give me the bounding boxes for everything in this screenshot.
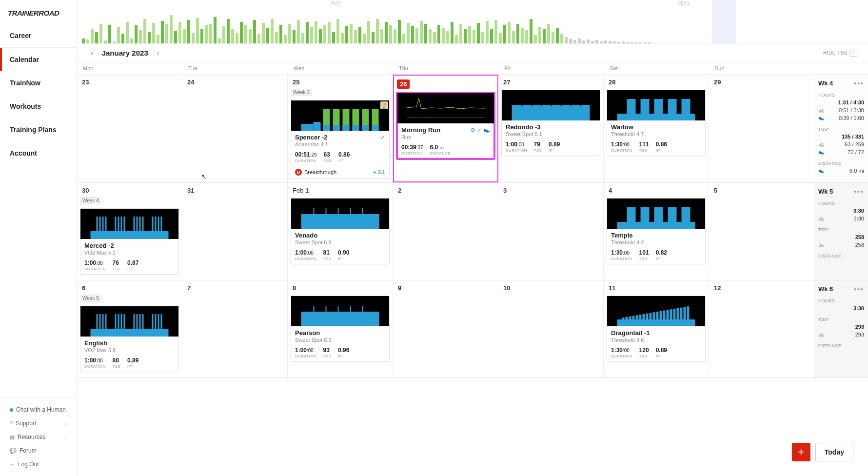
tss-bar — [253, 20, 256, 43]
tss-bar — [451, 22, 454, 43]
day-cell[interactable]: 8PearsonSweet Spot 8.91:00:00DURATION93T… — [288, 280, 393, 377]
svg-rect-14 — [512, 105, 590, 120]
stat-tss: 111TSS — [639, 141, 649, 153]
tss-bar — [358, 27, 361, 43]
stat-tss: 81TSS — [323, 249, 331, 261]
svg-rect-5 — [333, 125, 340, 131]
tss-bar — [420, 21, 423, 43]
day-cell[interactable]: 26Morning Run⟳✓👟Run00:39:37DURATION6.0 m… — [393, 75, 498, 182]
tss-bar — [508, 22, 511, 43]
workout-subtitle: Threshold 4.2 — [611, 239, 701, 245]
prev-month-button[interactable]: ‹ — [87, 49, 97, 57]
svg-rect-48 — [338, 208, 339, 215]
day-header: Sun — [709, 62, 814, 74]
day-cell[interactable]: 28WarlowThreshold 4.71:30:00DURATION111T… — [604, 75, 709, 182]
run-icon: 👟 — [818, 115, 824, 121]
day-number: 25 — [291, 78, 301, 87]
svg-rect-85 — [636, 315, 638, 326]
week-summary[interactable]: Wk 4 ••• HOURS 1:31 / 4:30 🚲0:51 / 3:30 … — [814, 75, 868, 182]
week-summary[interactable]: Wk 6 ••• HOURS 3:30 TSS* 293 🚲293 DISTAN… — [814, 280, 868, 377]
workout-card-pearson[interactable]: PearsonSweet Spot 8.91:00:00DURATION93TS… — [291, 296, 390, 362]
svg-rect-52 — [627, 207, 636, 229]
chevron-right-icon: › — [65, 421, 67, 426]
day-cell[interactable]: 30Week 4Merced -2VO2 Max 5.21:00:00DURAT… — [77, 183, 182, 280]
svg-rect-21 — [580, 102, 581, 106]
day-number: 31 — [185, 186, 196, 195]
day-cell[interactable]: 27Redondo -3Sweet Spot 6.11:00:00DURATIO… — [498, 75, 604, 182]
day-cell[interactable]: 2 — [393, 183, 498, 280]
week-more-button[interactable]: ••• — [854, 188, 864, 196]
stat-tss: 101TSS — [639, 249, 649, 261]
day-cell[interactable]: 12 — [709, 280, 814, 377]
day-cell[interactable]: 29 — [709, 75, 814, 182]
svg-rect-67 — [137, 314, 138, 337]
day-cell[interactable]: 25Week 3🏆Spencer -2✓Anaerobic 4.100:51:2… — [288, 75, 393, 182]
tss-bar — [192, 33, 195, 43]
tss-bar — [236, 33, 238, 43]
footer-item-logout[interactable]: ←Log Out — [0, 457, 77, 471]
nav-item-account[interactable]: Account — [0, 141, 77, 165]
svg-rect-37 — [134, 217, 135, 239]
footer-item-support[interactable]: ?Support› — [0, 416, 77, 430]
workout-card-morningrun[interactable]: Morning Run⟳✓👟Run00:39:37DURATION6.0 miD… — [397, 93, 494, 159]
next-month-button[interactable]: › — [153, 49, 163, 57]
week-more-button[interactable]: ••• — [854, 285, 864, 293]
hide-tss-toggle[interactable]: HIDE TSS ˄ — [823, 50, 858, 57]
svg-rect-82 — [626, 317, 628, 326]
nav-item-career[interactable]: Career — [0, 24, 77, 48]
tss-bar — [271, 19, 274, 43]
footer-item-forum[interactable]: 💬Forum — [0, 444, 77, 457]
main: 2022 2023 ‹ January 2023 › HIDE TSS ˄ Mo… — [77, 0, 868, 476]
day-cell[interactable]: 23 — [77, 75, 182, 182]
day-cell[interactable]: 4TempleThreshold 4.21:30:00DURATION101TS… — [604, 183, 709, 280]
day-cell[interactable]: 10 — [498, 280, 604, 377]
add-button[interactable]: + — [792, 443, 810, 461]
svg-rect-44 — [161, 217, 162, 239]
day-cell[interactable]: 24 — [182, 75, 288, 182]
workout-card-warlow[interactable]: WarlowThreshold 4.71:30:00DURATION111TSS… — [607, 90, 706, 156]
workout-card-spencer[interactable]: 🏆Spencer -2✓Anaerobic 4.100:51:29DURATIO… — [291, 100, 390, 178]
day-number: 10 — [501, 283, 512, 293]
calendar-grid[interactable]: 232425Week 3🏆Spencer -2✓Anaerobic 4.100:… — [77, 75, 868, 476]
day-cell[interactable]: 5 — [709, 183, 814, 280]
svg-rect-77 — [338, 306, 339, 313]
nav-item-calendar[interactable]: Calendar — [0, 48, 77, 71]
week-summary[interactable]: Wk 5 ••• HOURS 3:30 🚲3:30 TSS* 258 🚲258 … — [814, 183, 868, 280]
tss-bar — [262, 23, 265, 43]
workout-card-merced[interactable]: Merced -2VO2 Max 5.21:00:00DURATION76TSS… — [80, 208, 179, 275]
workout-card-temple[interactable]: TempleThreshold 4.21:30:00DURATION101TSS… — [607, 198, 706, 264]
day-cell[interactable]: 11Dragontail -1Threshold 3.61:30:00DURAT… — [604, 280, 709, 377]
tss-bar — [240, 22, 243, 43]
week-more-button[interactable]: ••• — [854, 79, 864, 87]
workout-thumbnail: 🏆 — [291, 100, 389, 131]
stat-tss: 76TSS — [113, 259, 120, 271]
day-cell[interactable]: 3 — [498, 183, 604, 280]
tss-bar — [394, 29, 396, 43]
day-cell[interactable]: 6Week 5EnglishVO2 Max 5.81:00:00DURATION… — [77, 280, 182, 377]
day-cell[interactable]: 9 — [393, 280, 498, 377]
nav-item-trainingplans[interactable]: Training Plans — [0, 118, 77, 141]
svg-rect-75 — [314, 306, 315, 313]
workout-card-dragontail[interactable]: Dragontail -1Threshold 3.61:30:00DURATIO… — [607, 296, 706, 362]
stat-duration: 1:00:00DURATION — [295, 347, 316, 358]
workout-card-venado[interactable]: VenadoSweet Spot 6.91:00:00DURATION81TSS… — [291, 198, 390, 264]
tss-chart[interactable]: 2022 2023 — [77, 0, 868, 44]
tss-bar — [126, 22, 129, 43]
tss-bar — [442, 28, 445, 43]
tss-bar — [99, 24, 102, 43]
workout-card-english[interactable]: EnglishVO2 Max 5.81:00:00DURATION80TSS0.… — [80, 306, 179, 372]
day-cell[interactable]: Feb 1VenadoSweet Spot 6.91:00:00DURATION… — [288, 183, 393, 280]
today-button[interactable]: Today — [815, 443, 853, 461]
footer-item-chat[interactable]: Chat with a Human — [0, 403, 77, 416]
svg-rect-33 — [115, 217, 117, 239]
nav-item-workouts[interactable]: Workouts — [0, 95, 77, 118]
workout-title: Venado — [295, 232, 317, 239]
tss-bar — [218, 39, 221, 43]
nav-item-trainnow[interactable]: TrainNow — [0, 71, 77, 95]
footer-item-resources[interactable]: ▦Resources› — [0, 430, 77, 444]
tss-bar — [389, 25, 392, 43]
week-row: 30Week 4Merced -2VO2 Max 5.21:00:00DURAT… — [77, 183, 868, 280]
workout-card-redondo[interactable]: Redondo -3Sweet Spot 6.11:00:00DURATION7… — [501, 90, 600, 156]
day-cell[interactable]: 7 — [182, 280, 288, 377]
day-cell[interactable]: 31 — [182, 183, 288, 280]
